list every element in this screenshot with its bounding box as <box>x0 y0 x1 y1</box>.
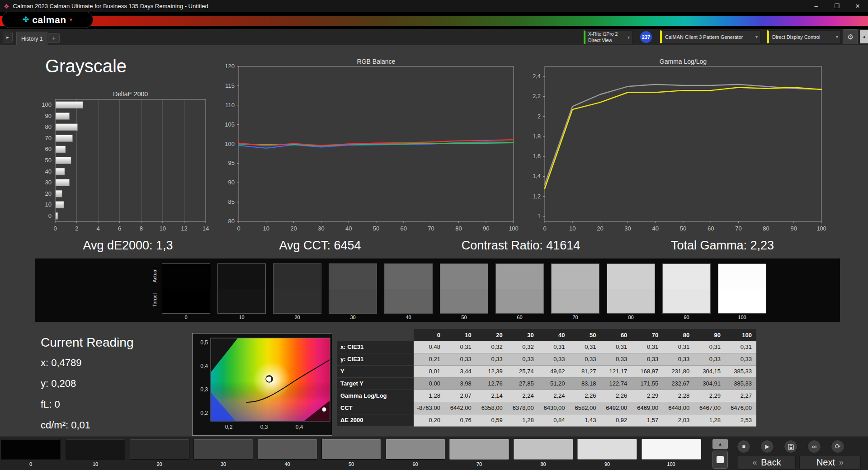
meter-count-badge[interactable]: 237 <box>640 31 652 43</box>
add-tab-button[interactable]: + <box>48 33 60 43</box>
table-cell: 25,74 <box>507 365 538 377</box>
swatch-label: 100 <box>718 315 766 320</box>
svg-text:0,4: 0,4 <box>296 424 303 430</box>
pattern-button-30[interactable] <box>193 439 253 460</box>
stop-button[interactable]: ■ <box>737 440 750 453</box>
display-control-dropdown[interactable]: Direct Display Control ▾ <box>767 30 841 43</box>
pattern-button-40[interactable] <box>258 439 317 460</box>
chevron-down-icon: ▾ <box>836 34 838 39</box>
swatch-target-half <box>607 289 655 314</box>
table-cell: 385,33 <box>725 365 756 377</box>
pattern-button-20[interactable] <box>130 439 189 460</box>
back-button[interactable]: « Back <box>738 455 796 470</box>
swatch-target-half <box>496 289 543 314</box>
grayscale-swatch-90 <box>662 263 711 314</box>
grayscale-swatch-0 <box>162 263 210 314</box>
history-nav-button[interactable]: ▸ <box>3 32 13 42</box>
save-button[interactable] <box>784 440 797 453</box>
table-cell: 6492,00 <box>600 402 632 414</box>
grayscale-swatch-strip: Actual Target 0102030405060708090100 <box>35 258 840 322</box>
pattern-button-0[interactable] <box>1 439 61 460</box>
svg-text:1,4: 1,4 <box>533 173 541 179</box>
swatch-label: 70 <box>551 315 599 320</box>
pattern-button-70[interactable] <box>449 439 509 460</box>
svg-text:50: 50 <box>45 157 52 164</box>
table-cell: -8763,00 <box>414 402 445 414</box>
tab-history-1[interactable]: History 1 <box>16 32 47 45</box>
play-button[interactable]: ▶ <box>760 440 774 453</box>
chevron-up-button[interactable]: ▲ <box>712 439 728 449</box>
table-row: Y0,013,4412,3925,7449,6281,27121,17168,9… <box>337 365 756 377</box>
tab-bar: ▸ History 1 + X-Rite i1Pro 2 Direct View… <box>0 29 868 45</box>
svg-text:40: 40 <box>45 168 52 175</box>
svg-text:20: 20 <box>597 225 603 232</box>
swatch-target-half <box>663 289 710 314</box>
table-cell: 0,31 <box>600 341 632 353</box>
svg-text:1,8: 1,8 <box>533 133 541 140</box>
table-cell: 2,26 <box>570 390 601 402</box>
maximize-button[interactable]: ❐ <box>826 0 847 12</box>
table-cell: 0,31 <box>694 341 725 353</box>
link-button[interactable]: ∞ <box>807 440 821 453</box>
pattern-button-90[interactable] <box>577 439 637 460</box>
meter-dropdown[interactable]: X-Rite i1Pro 2 Direct View ▾ <box>584 30 632 44</box>
reading-x-value: x: 0,4789 <box>41 357 133 369</box>
pattern-button-label: 70 <box>449 461 509 467</box>
table-cell: 0,21 <box>414 353 445 365</box>
table-cell: 6430,00 <box>538 402 570 414</box>
table-col-header: 90 <box>694 329 725 341</box>
svg-text:0,2: 0,2 <box>225 424 233 430</box>
table-cell: 0,33 <box>538 353 570 365</box>
table-row-label: Gamma Log/Log <box>337 390 414 402</box>
pattern-button-60[interactable] <box>386 439 445 460</box>
svg-text:50: 50 <box>680 225 686 232</box>
cie-reading-marker <box>267 377 272 381</box>
table-cell: 2,53 <box>725 414 756 426</box>
table-cell: 1,28 <box>507 414 538 426</box>
refresh-button[interactable]: ⟳ <box>831 440 844 453</box>
table-col-header: 0 <box>414 329 445 341</box>
table-col-header: 30 <box>507 329 538 341</box>
pattern-window-button[interactable] <box>712 451 728 469</box>
avg-cct-stat: Avg CCT: 6454 <box>279 239 361 253</box>
table-cell: 0,92 <box>600 414 632 426</box>
pattern-button-label: 60 <box>386 461 445 467</box>
close-button[interactable]: ✕ <box>847 0 868 12</box>
svg-text:1: 1 <box>538 213 541 220</box>
table-row: x: CIE310,480,310,320,320,310,310,310,31… <box>337 341 756 353</box>
table-cell: 0,33 <box>507 353 538 365</box>
table-cell: 231,80 <box>663 365 694 377</box>
current-reading-panel: Current Reading x: 0,4789 y: 0,208 fL: 0… <box>41 335 133 440</box>
pattern-button-10[interactable] <box>66 439 125 460</box>
minimize-button[interactable]: – <box>806 0 826 12</box>
table-cell: 0,00 <box>414 377 445 390</box>
pattern-generator-dropdown[interactable]: CalMAN Client 3 Pattern Generator ▾ <box>660 30 760 43</box>
swatch-actual-half <box>663 264 710 289</box>
grayscale-swatch-20 <box>273 263 321 314</box>
table-cell: 0,33 <box>694 353 725 365</box>
pattern-button-label: 0 <box>1 461 61 467</box>
table-cell: 1,28 <box>414 390 445 402</box>
pattern-button-100[interactable] <box>642 439 701 460</box>
calman-menu-button[interactable]: ✤ calman ▾ <box>2 11 93 28</box>
next-button-label: Next <box>816 457 835 468</box>
table-cell: 385,33 <box>725 377 756 390</box>
table-col-header: 50 <box>570 329 601 341</box>
reading-y-value: y: 0,208 <box>41 378 133 390</box>
swatch-target-half <box>274 289 321 314</box>
table-cell: 0,33 <box>476 353 507 365</box>
panel-collapse-button[interactable]: ◂ <box>860 30 868 43</box>
table-cell: 304,15 <box>694 365 725 377</box>
svg-text:0,3: 0,3 <box>200 386 208 393</box>
chevron-down-icon: ▾ <box>627 35 630 40</box>
svg-text:12: 12 <box>181 225 187 232</box>
grayscale-swatch-30 <box>329 263 377 314</box>
table-cell: 2,14 <box>476 390 507 402</box>
pattern-button-50[interactable] <box>321 439 381 460</box>
next-button[interactable]: Next » <box>799 455 861 470</box>
settings-gear-button[interactable]: ⚙ <box>843 29 858 44</box>
table-col-header: 100 <box>725 329 756 341</box>
table-cell: 0,33 <box>632 353 663 365</box>
table-cell: 0,48 <box>414 341 445 353</box>
pattern-button-80[interactable] <box>514 439 573 460</box>
